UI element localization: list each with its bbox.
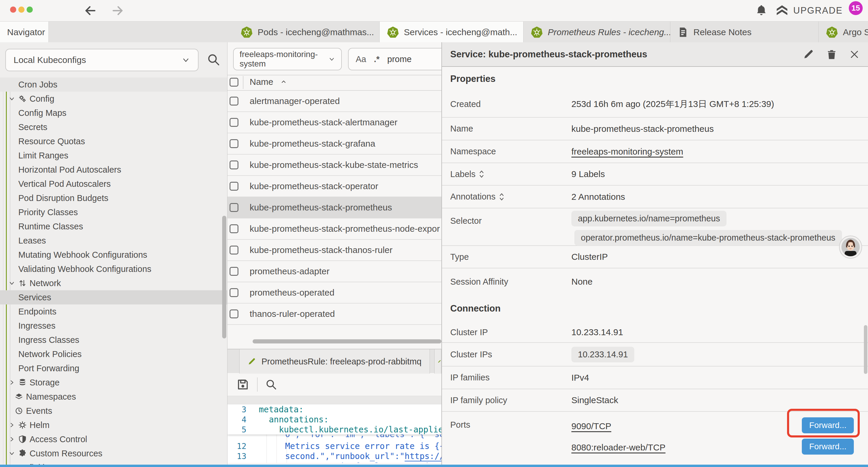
name-column-header[interactable]: Name (250, 77, 287, 87)
select-all-checkbox[interactable] (229, 78, 239, 87)
sidebar-item-ingresses[interactable]: Ingresses (0, 319, 227, 333)
tab-navigator[interactable]: Navigator (0, 22, 49, 42)
forward-button-9090[interactable]: Forward... (802, 417, 854, 433)
row-checkbox[interactable] (229, 245, 239, 255)
table-row[interactable]: prometheus-adapter (227, 261, 441, 282)
editor-tab-prometheusrule[interactable]: PrometheusRule: freeleaps-prod-rabbitmq (239, 349, 430, 374)
tab-release-notes[interactable]: Release Notes (670, 22, 819, 42)
table-row[interactable]: alertmanager-operated (227, 91, 441, 112)
search-icon[interactable] (207, 53, 220, 66)
table-row[interactable]: kube-prometheus-stack-alertmanager (227, 112, 441, 133)
row-checkbox[interactable] (229, 267, 239, 276)
tab-argo[interactable]: Argo Se (819, 22, 868, 42)
sidebar-item-cron-jobs[interactable]: Cron Jobs (0, 78, 227, 92)
back-arrow-icon[interactable] (84, 4, 97, 17)
row-checkbox[interactable] (229, 97, 239, 106)
row-checkbox[interactable] (229, 160, 239, 169)
expander-icon[interactable] (499, 193, 504, 201)
namespace-link[interactable]: freeleaps-monitoring-system (571, 147, 683, 157)
sidebar-item-access-control[interactable]: Access Control (0, 432, 227, 446)
row-checkbox[interactable] (229, 310, 239, 318)
row-checkbox[interactable] (229, 203, 239, 212)
table-row[interactable]: kube-prometheus-stack-operator (227, 176, 441, 197)
sidebar-item-storage[interactable]: Storage (0, 375, 227, 389)
table-search-input[interactable]: Aa .* prome (348, 48, 441, 70)
window-bottom-accent-bar (0, 465, 868, 467)
row-checkbox[interactable] (229, 118, 239, 127)
table-row[interactable]: kube-prometheus-stack-thanos-ruler (227, 240, 441, 261)
tab-services[interactable]: Services - icecheng@math... (380, 22, 524, 42)
table-row[interactable]: kube-prometheus-stack-grafana (227, 133, 441, 154)
close-panel-icon[interactable] (849, 49, 860, 60)
bell-icon[interactable] (754, 4, 768, 17)
sidebar-item-mutating-webhook-configurations[interactable]: Mutating Webhook Configurations (0, 248, 227, 262)
window-close-button[interactable] (10, 6, 16, 13)
sidebar-item-priority-classes[interactable]: Priority Classes (0, 205, 227, 219)
row-checkbox[interactable] (229, 182, 239, 191)
sidebar-item-network-policies[interactable]: Network Policies (0, 347, 227, 361)
save-icon[interactable] (236, 378, 249, 391)
resource-tree: Cron Jobs Config Config Maps Secrets Res… (0, 78, 227, 465)
sidebar-item-config[interactable]: Config (0, 92, 227, 106)
upgrade-button[interactable]: UPGRADE (775, 4, 843, 18)
kubeconfig-dropdown[interactable]: Local Kubeconfigs (5, 49, 198, 71)
code-text: annotations: (254, 415, 329, 425)
sidebar-item-namespaces[interactable]: Namespaces (0, 389, 227, 404)
table-row[interactable]: prometheus-operated (227, 282, 441, 303)
sidebar-item-services[interactable]: Services (0, 290, 227, 304)
table-row[interactable]: thanos-ruler-operated (227, 303, 441, 325)
sidebar-item-vertical-pod-autoscalers[interactable]: Vertical Pod Autoscalers (0, 177, 227, 191)
table-row-selected[interactable]: kube-prometheus-stack-prometheus (227, 197, 441, 218)
table-row[interactable]: kube-prometheus-stack-kube-state-metrics (227, 154, 441, 176)
sidebar-item-runtime-classes[interactable]: Runtime Classes (0, 219, 227, 233)
sidebar-item-horizontal-pod-autoscalers[interactable]: Horizontal Pod Autoscalers (0, 163, 227, 177)
port-link-8080[interactable]: 8080:reloader-web/TCP (571, 442, 665, 453)
yaml-editor[interactable]: 3metadata: 4annotations: 5kubectl.kubern… (227, 404, 441, 463)
sidebar-item-limit-ranges[interactable]: Limit Ranges (0, 148, 227, 163)
sidebar-item-helm[interactable]: Helm (0, 418, 227, 432)
selector-chip: app.kubernetes.io/name=prometheus (571, 211, 726, 226)
detail-scrollbar[interactable] (864, 325, 867, 374)
window-zoom-button[interactable] (27, 6, 33, 13)
expander-icon[interactable] (479, 170, 484, 178)
edit-pencil-icon[interactable] (802, 49, 814, 60)
regex-toggle[interactable]: .* (374, 54, 379, 64)
sidebar-item-secrets[interactable]: Secrets (0, 120, 227, 134)
sidebar-item-resource-quotas[interactable]: Resource Quotas (0, 134, 227, 148)
row-checkbox[interactable] (229, 288, 239, 297)
user-avatar[interactable] (839, 236, 862, 259)
sidebar-item-pod-disruption-budgets[interactable]: Pod Disruption Budgets (0, 191, 227, 205)
chevron-down-icon (181, 56, 190, 64)
sidebar-scrollbar[interactable] (222, 216, 226, 339)
line-number: 5 (227, 425, 254, 434)
property-row-namespace: Namespace freeleaps-monitoring-system (442, 140, 868, 163)
tab-prometheus-rules[interactable]: Prometheus Rules - icecheng... (524, 22, 670, 42)
sidebar-item-network[interactable]: Network (0, 276, 227, 290)
horizontal-scrollbar[interactable] (253, 339, 441, 344)
sidebar-item-custom-resources[interactable]: Custom Resources (0, 446, 227, 461)
sidebar-item-port-forwarding[interactable]: Port Forwarding (0, 361, 227, 375)
editor-tab-partial[interactable] (434, 349, 441, 374)
search-icon[interactable] (265, 379, 277, 390)
row-checkbox[interactable] (229, 224, 239, 233)
port-link-9090[interactable]: 9090/TCP (571, 421, 611, 431)
trash-icon[interactable] (826, 49, 837, 60)
line-number: 13 (227, 451, 254, 461)
row-checkbox[interactable] (229, 139, 239, 148)
sidebar-item-validating-webhook-configurations[interactable]: Validating Webhook Configurations (0, 262, 227, 276)
clipped-code-line: 0", "for": "1m", "labels": { "service": … (227, 435, 441, 441)
window-minimize-button[interactable] (18, 6, 25, 13)
match-case-toggle[interactable]: Aa (356, 54, 366, 64)
table-row[interactable]: kube-prometheus-stack-prometheus-node-ex… (227, 218, 441, 240)
sidebar-item-ingress-classes[interactable]: Ingress Classes (0, 333, 227, 347)
sidebar-item-leases[interactable]: Leases (0, 233, 227, 248)
sidebar-item-events[interactable]: Events (0, 404, 227, 418)
forward-arrow-icon[interactable] (111, 4, 124, 17)
notification-count-badge[interactable]: 15 (849, 1, 863, 15)
sidebar-item-definitions[interactable]: Definitions (0, 461, 227, 465)
namespace-filter-dropdown[interactable]: freeleaps-monitoring-system (233, 48, 342, 70)
forward-button-8080[interactable]: Forward... (802, 439, 854, 455)
sidebar-item-config-maps[interactable]: Config Maps (0, 106, 227, 120)
tab-pods[interactable]: Pods - icecheng@mathmas... (234, 22, 380, 42)
sidebar-item-endpoints[interactable]: Endpoints (0, 304, 227, 319)
